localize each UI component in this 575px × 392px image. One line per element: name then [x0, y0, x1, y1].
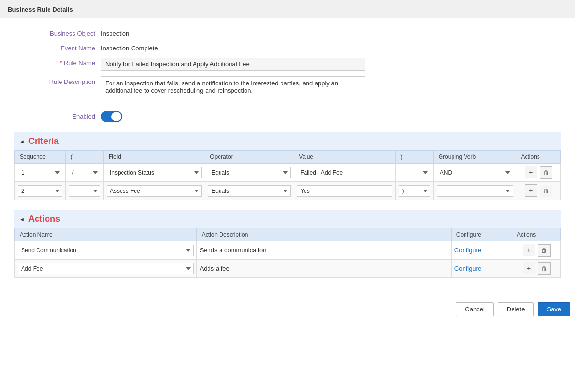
enabled-label: Enabled: [14, 111, 101, 120]
actions-section-title: Actions: [28, 214, 60, 224]
action-name-select-0[interactable]: Send Communication: [18, 245, 194, 256]
group-verb-select-1[interactable]: [437, 185, 513, 197]
criteria-section-title: Criteria: [28, 136, 59, 146]
add-action-button-1[interactable]: +: [523, 262, 535, 274]
table-row: 1 ( Inspection Status Equals: [15, 164, 561, 182]
add-criteria-button-1[interactable]: +: [525, 184, 537, 197]
enabled-toggle-wrapper: [101, 111, 122, 122]
close-paren-select-1[interactable]: ): [399, 185, 430, 197]
form-section: Business Object Inspection Event Name In…: [14, 28, 561, 122]
group-verb-select-0[interactable]: AND: [437, 167, 513, 178]
col-sequence: Sequence: [15, 151, 66, 164]
table-row: 2 ( Assess Fee Equals: [15, 182, 561, 200]
col-close-paren: ): [395, 151, 433, 164]
actions-header-row: Action Name Action Description Configure…: [15, 228, 561, 241]
business-object-label: Business Object: [14, 28, 101, 37]
action-name-select-1[interactable]: Add Fee: [18, 263, 194, 274]
delete-criteria-button-1[interactable]: 🗑: [540, 185, 552, 197]
event-name-label: Event Name: [14, 43, 101, 52]
enabled-toggle[interactable]: [101, 111, 122, 122]
table-row: Send Communication Sends a communication…: [15, 241, 561, 260]
sequence-select-1[interactable]: 2: [18, 185, 62, 197]
rule-name-row: Rule Name: [14, 58, 561, 71]
event-name-row: Event Name Inspection Complete: [14, 43, 561, 52]
criteria-collapse-arrow[interactable]: ◄: [19, 139, 24, 144]
col-value: Value: [294, 151, 395, 164]
criteria-header-row: Sequence ( Field Operator Value ) Groupi…: [15, 151, 561, 164]
field-select-0[interactable]: Inspection Status: [107, 167, 202, 178]
criteria-table: Sequence ( Field Operator Value ) Groupi…: [14, 150, 561, 200]
col-actions: Actions: [516, 151, 561, 164]
business-object-value: Inspection: [101, 28, 129, 37]
delete-action-button-0[interactable]: 🗑: [538, 244, 551, 257]
actions-section: ◄ Actions Action Name Action Description…: [14, 210, 561, 278]
criteria-section: ◄ Criteria Sequence ( Field Operator Val…: [14, 132, 561, 200]
rule-description-label: Rule Description: [14, 76, 101, 85]
action-description-0: Sends a communication: [196, 241, 451, 260]
col-configure: Configure: [451, 228, 512, 241]
page-title: Business Rule Details: [8, 6, 73, 13]
configure-link-1[interactable]: Configure: [454, 265, 481, 272]
close-paren-select-0[interactable]: ): [399, 167, 430, 178]
save-button[interactable]: Save: [538, 302, 570, 316]
actions-table: Action Name Action Description Configure…: [14, 228, 561, 278]
open-paren-select-1[interactable]: (: [69, 185, 100, 197]
event-name-value: Inspection Complete: [101, 43, 158, 52]
rule-name-label: Rule Name: [14, 58, 101, 67]
col-operator: Operator: [205, 151, 294, 164]
col-field: Field: [103, 151, 205, 164]
delete-action-button-1[interactable]: 🗑: [538, 262, 551, 275]
add-criteria-button-0[interactable]: +: [525, 166, 537, 178]
configure-link-0[interactable]: Configure: [454, 247, 481, 254]
footer-buttons: Cancel Delete Save: [0, 297, 575, 321]
toggle-knob: [111, 112, 121, 121]
operator-select-1[interactable]: Equals: [208, 185, 291, 197]
cancel-button[interactable]: Cancel: [456, 302, 493, 316]
actions-section-header: ◄ Actions: [14, 210, 561, 228]
operator-select-0[interactable]: Equals: [208, 167, 291, 178]
delete-button[interactable]: Delete: [498, 302, 534, 316]
business-object-row: Business Object Inspection: [14, 28, 561, 37]
page-header: Business Rule Details: [0, 0, 575, 18]
open-paren-select-0[interactable]: (: [69, 167, 100, 178]
col-actions-header: Actions: [512, 228, 561, 241]
rule-description-row: Rule Description For an inspection that …: [14, 76, 561, 105]
sequence-select-0[interactable]: 1: [18, 167, 62, 178]
delete-criteria-button-0[interactable]: 🗑: [540, 166, 552, 179]
add-action-button-0[interactable]: +: [523, 244, 535, 256]
field-select-1[interactable]: Assess Fee: [107, 185, 202, 197]
criteria-section-header: ◄ Criteria: [14, 132, 561, 150]
col-action-name: Action Name: [15, 228, 197, 241]
action-description-1: Adds a fee: [196, 260, 451, 278]
rule-description-textarea[interactable]: For an inspection that fails, send a not…: [101, 76, 365, 105]
col-open-paren: (: [65, 151, 103, 164]
table-row: Add Fee Adds a fee Configure + 🗑: [15, 260, 561, 278]
enabled-row: Enabled: [14, 111, 561, 122]
rule-name-input[interactable]: [101, 58, 365, 71]
actions-collapse-arrow[interactable]: ◄: [19, 216, 24, 222]
col-grouping-verb: Grouping Verb: [433, 151, 516, 164]
value-input-1[interactable]: [297, 185, 392, 197]
value-input-0[interactable]: [297, 167, 392, 178]
col-action-desc: Action Description: [196, 228, 451, 241]
main-content: Business Object Inspection Event Name In…: [0, 18, 575, 297]
